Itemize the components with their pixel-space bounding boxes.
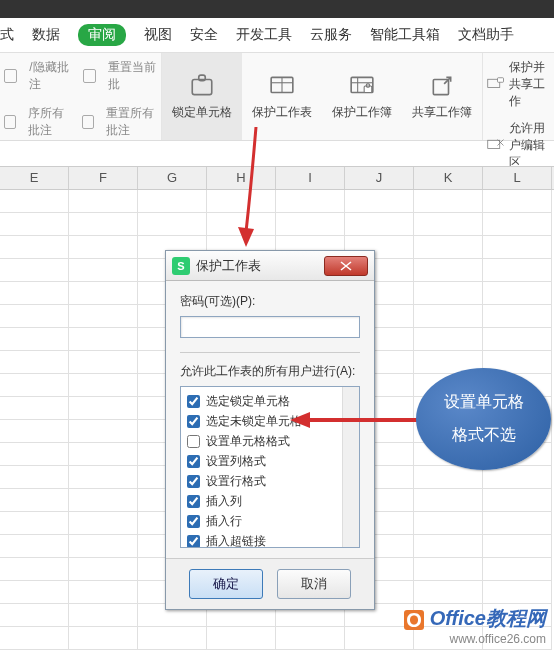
- cell[interactable]: [414, 581, 483, 604]
- menu-item-8[interactable]: 文档助手: [458, 26, 514, 44]
- cell[interactable]: [483, 282, 552, 305]
- cell[interactable]: [483, 535, 552, 558]
- cell[interactable]: [0, 604, 69, 627]
- ribbon-share-book[interactable]: 共享工作簿: [402, 53, 482, 140]
- cell[interactable]: [207, 627, 276, 650]
- cell[interactable]: [0, 512, 69, 535]
- cell[interactable]: [69, 190, 138, 213]
- ribbon-protect-book[interactable]: 保护工作簿: [322, 53, 402, 140]
- colhead-I[interactable]: I: [276, 167, 345, 189]
- password-input[interactable]: [180, 316, 360, 338]
- perm-checkbox-6[interactable]: [187, 515, 200, 528]
- cell[interactable]: [414, 236, 483, 259]
- cell[interactable]: [69, 512, 138, 535]
- cell[interactable]: [69, 489, 138, 512]
- cell[interactable]: [0, 397, 69, 420]
- cell[interactable]: [0, 236, 69, 259]
- cell[interactable]: [69, 581, 138, 604]
- cell[interactable]: [0, 627, 69, 650]
- menu-item-2[interactable]: 审阅: [78, 24, 126, 46]
- cell[interactable]: [0, 489, 69, 512]
- colhead-J[interactable]: J: [345, 167, 414, 189]
- ok-button[interactable]: 确定: [189, 569, 263, 599]
- menu-item-3[interactable]: 视图: [144, 26, 172, 44]
- perm-checkbox-7[interactable]: [187, 535, 200, 548]
- menu-item-1[interactable]: 数据: [32, 26, 60, 44]
- cell[interactable]: [0, 558, 69, 581]
- perm-checkbox-5[interactable]: [187, 495, 200, 508]
- cell[interactable]: [0, 351, 69, 374]
- cell[interactable]: [483, 512, 552, 535]
- cell[interactable]: [69, 213, 138, 236]
- colhead-F[interactable]: F: [69, 167, 138, 189]
- colhead-K[interactable]: K: [414, 167, 483, 189]
- cell[interactable]: [483, 489, 552, 512]
- cancel-button[interactable]: 取消: [277, 569, 351, 599]
- cell[interactable]: [0, 305, 69, 328]
- cell[interactable]: [138, 213, 207, 236]
- cell[interactable]: [69, 420, 138, 443]
- cell[interactable]: [414, 259, 483, 282]
- menu-item-4[interactable]: 安全: [190, 26, 218, 44]
- cell[interactable]: [0, 374, 69, 397]
- perm-checkbox-4[interactable]: [187, 475, 200, 488]
- cell[interactable]: [69, 466, 138, 489]
- perm-row-7[interactable]: 插入超链接: [187, 531, 357, 548]
- cell[interactable]: [69, 282, 138, 305]
- cell[interactable]: [0, 466, 69, 489]
- colhead-L[interactable]: L: [483, 167, 552, 189]
- cell[interactable]: [0, 259, 69, 282]
- menu-item-0[interactable]: 式: [0, 26, 14, 44]
- perm-row-4[interactable]: 设置行格式: [187, 471, 357, 491]
- cell[interactable]: [414, 512, 483, 535]
- cell[interactable]: [0, 535, 69, 558]
- cell[interactable]: [0, 443, 69, 466]
- colhead-H[interactable]: H: [207, 167, 276, 189]
- perm-row-5[interactable]: 插入列: [187, 491, 357, 511]
- cell[interactable]: [483, 558, 552, 581]
- cell[interactable]: [345, 213, 414, 236]
- cell[interactable]: [414, 190, 483, 213]
- close-button[interactable]: [324, 256, 368, 276]
- perm-checkbox-0[interactable]: [187, 395, 200, 408]
- ribbon-right-row2[interactable]: 允许用户编辑区: [509, 120, 550, 171]
- cell[interactable]: [414, 282, 483, 305]
- cell[interactable]: [345, 190, 414, 213]
- menu-item-6[interactable]: 云服务: [310, 26, 352, 44]
- cell[interactable]: [483, 305, 552, 328]
- cell[interactable]: [69, 351, 138, 374]
- cell[interactable]: [483, 328, 552, 351]
- cell[interactable]: [414, 305, 483, 328]
- cell[interactable]: [483, 581, 552, 604]
- cell[interactable]: [0, 190, 69, 213]
- cell[interactable]: [69, 305, 138, 328]
- ribbon-right-row1[interactable]: 保护并共享工作: [509, 59, 550, 110]
- cell[interactable]: [69, 236, 138, 259]
- cell[interactable]: [0, 420, 69, 443]
- perm-checkbox-2[interactable]: [187, 435, 200, 448]
- menu-item-5[interactable]: 开发工具: [236, 26, 292, 44]
- cell[interactable]: [69, 535, 138, 558]
- ribbon-left-row2a[interactable]: 序所有批注: [28, 105, 70, 139]
- cell[interactable]: [69, 558, 138, 581]
- cell[interactable]: [0, 213, 69, 236]
- dialog-titlebar[interactable]: S 保护工作表: [166, 251, 374, 281]
- scrollbar[interactable]: [342, 387, 359, 547]
- cell[interactable]: [276, 190, 345, 213]
- cell[interactable]: [69, 604, 138, 627]
- cell[interactable]: [69, 443, 138, 466]
- cell[interactable]: [483, 190, 552, 213]
- cell[interactable]: [207, 190, 276, 213]
- perm-row-6[interactable]: 插入行: [187, 511, 357, 531]
- ribbon-lock-cell[interactable]: 锁定单元格: [162, 53, 242, 140]
- cell[interactable]: [0, 282, 69, 305]
- perm-row-0[interactable]: 选定锁定单元格: [187, 391, 357, 411]
- cell[interactable]: [0, 328, 69, 351]
- perm-checkbox-3[interactable]: [187, 455, 200, 468]
- ribbon-left-row1b[interactable]: 重置当前批: [108, 59, 157, 93]
- cell[interactable]: [69, 397, 138, 420]
- ribbon-protect-sheet[interactable]: 保护工作表: [242, 53, 322, 140]
- cell[interactable]: [69, 328, 138, 351]
- cell[interactable]: [414, 213, 483, 236]
- cell[interactable]: [414, 328, 483, 351]
